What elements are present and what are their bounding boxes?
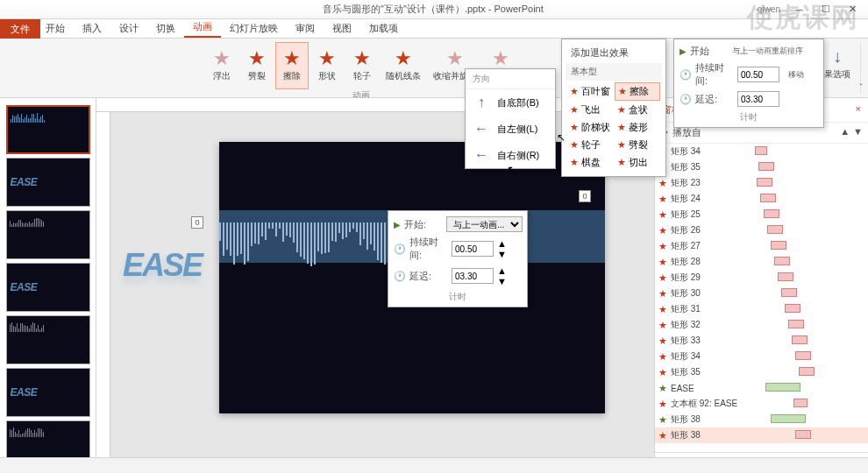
delay-input[interactable] — [452, 268, 494, 284]
timing-bar[interactable] — [764, 209, 779, 218]
effect-劈裂[interactable]: ★劈裂 — [240, 42, 274, 89]
play-from-button[interactable]: ▶ 播放自 — [660, 126, 701, 139]
exit-effect-option[interactable]: ★盒状 — [615, 102, 661, 118]
timing-bar[interactable] — [767, 225, 783, 234]
animation-item[interactable]: ★矩形 38 — [655, 412, 868, 427]
timing-bar[interactable] — [760, 194, 776, 202]
exit-effect-option[interactable]: ★棋盘 — [567, 154, 614, 171]
tab-addins[interactable]: 加载项 — [360, 19, 407, 38]
animation-item[interactable]: ★矩形 29 — [655, 270, 868, 286]
tab-insert[interactable]: 插入 — [74, 19, 110, 38]
star-icon: ★ — [570, 139, 579, 151]
animation-item[interactable]: ★矩形 34 — [655, 349, 868, 364]
timing-bar[interactable] — [778, 272, 793, 281]
minimize-button[interactable]: ─ — [787, 2, 812, 18]
star-icon: ★ — [658, 383, 667, 394]
timing-footer: 计时 — [392, 288, 523, 303]
timing-bar[interactable] — [757, 178, 772, 187]
exit-effect-option[interactable]: ★飞出 — [567, 102, 614, 118]
exit-effect-option[interactable]: ★轮子 — [567, 137, 614, 153]
timing-bar[interactable] — [781, 288, 797, 297]
effect-随机线条[interactable]: ★随机线条 — [381, 42, 426, 89]
animation-item[interactable]: ★矩形 30 — [655, 286, 868, 301]
star-icon: ★ — [658, 399, 667, 410]
timing-bar[interactable] — [758, 162, 774, 171]
duration-input[interactable] — [737, 67, 779, 82]
direction-option[interactable]: ←自右侧(R) — [466, 142, 555, 168]
timing-bar[interactable] — [771, 414, 806, 423]
exit-effect-option[interactable]: ★劈裂 — [615, 137, 661, 153]
effect-形状[interactable]: ★形状 — [310, 42, 344, 89]
timing-bar[interactable] — [799, 367, 815, 376]
animation-item[interactable]: ★矩形 31 — [655, 301, 868, 317]
start-select[interactable]: 与上一动画... — [446, 216, 523, 232]
star-icon: ★ — [492, 49, 509, 68]
animation-item[interactable]: ★矩形 28 — [655, 254, 868, 270]
tab-design[interactable]: 设计 — [110, 19, 147, 38]
effect-浮出[interactable]: ★浮出 — [205, 42, 238, 89]
exit-effect-option[interactable]: ★阶梯状 — [567, 119, 614, 136]
animation-item[interactable]: ★矩形 35 — [655, 159, 868, 175]
animation-item[interactable]: ★矩形 34 — [655, 144, 868, 159]
effect-轮子[interactable]: ★轮子 — [345, 42, 379, 89]
pane-close-button[interactable]: × — [856, 103, 861, 116]
timing-bar[interactable] — [792, 335, 808, 344]
animation-item[interactable]: ★矩形 35 — [655, 364, 868, 380]
slide-thumb[interactable]: EASE — [6, 158, 90, 207]
animation-item[interactable]: ★矩形 33 — [655, 333, 868, 349]
tab-review[interactable]: 审阅 — [287, 19, 324, 38]
animation-item[interactable]: ★EASE — [655, 380, 868, 396]
slide-thumb[interactable]: EASE — [6, 263, 90, 312]
animation-list[interactable]: ★矩形 34★矩形 35★矩形 23★矩形 24★矩形 25★矩形 26★矩形 … — [655, 144, 868, 452]
direction-option[interactable]: ←自左侧(L) — [466, 116, 555, 142]
exit-effect-option[interactable]: ★切出 — [615, 154, 661, 171]
animation-item[interactable]: ★文本框 92: EASE — [655, 396, 868, 412]
animation-item[interactable]: ★矩形 23 — [655, 175, 868, 191]
animation-item[interactable]: ★矩形 32 — [655, 317, 868, 333]
star-icon: ★ — [570, 86, 579, 97]
timing-bar[interactable] — [795, 351, 811, 360]
direction-option[interactable]: ↑自底部(B) — [466, 89, 555, 116]
move-down-button[interactable]: ▼ — [853, 126, 863, 139]
slide-thumbnails[interactable]: EASEEASEEASEEASE — [0, 98, 96, 473]
animation-item[interactable]: ★矩形 27 — [655, 238, 868, 254]
delay-input[interactable] — [737, 91, 779, 107]
move-up-button[interactable]: ▲ — [840, 126, 850, 139]
slide-thumb[interactable] — [6, 210, 90, 259]
timing-bar[interactable] — [755, 146, 767, 155]
effect-擦除[interactable]: ★擦除 — [275, 42, 309, 89]
duration-input[interactable] — [452, 241, 494, 257]
exit-effect-option[interactable]: ★百叶窗 — [567, 82, 614, 101]
tab-transitions[interactable]: 切换 — [147, 19, 184, 38]
slide-thumb[interactable] — [6, 105, 90, 154]
animation-item[interactable]: ★矩形 26 — [655, 222, 868, 238]
animation-item[interactable]: ★矩形 38 — [655, 427, 868, 443]
status-bar — [0, 457, 868, 473]
exit-effect-option[interactable]: ★菱形 — [615, 119, 661, 136]
tab-home[interactable]: 开始 — [37, 19, 74, 38]
timing-bar[interactable] — [765, 383, 800, 392]
timing-bar[interactable] — [785, 304, 800, 313]
maximize-button[interactable]: ☐ — [814, 2, 838, 18]
spin-down[interactable]: ▼ — [497, 276, 507, 286]
slide-thumb[interactable]: EASE — [6, 368, 90, 417]
animation-item[interactable]: ★矩形 25 — [655, 207, 868, 222]
spin-down[interactable]: ▼ — [497, 249, 507, 259]
spin-up[interactable]: ▲ — [497, 238, 507, 249]
timing-bar[interactable] — [774, 257, 790, 265]
slide-thumb[interactable] — [6, 315, 90, 364]
timing-bar[interactable] — [795, 430, 811, 439]
tab-slideshow[interactable]: 幻灯片放映 — [221, 19, 287, 38]
timing-bar[interactable] — [771, 241, 786, 250]
exit-effects-dropdown: 添加退出效果 基本型 ★百叶窗★擦除★飞出★盒状★阶梯状★菱形★轮子★劈裂★棋盘… — [561, 39, 666, 177]
timing-bar[interactable] — [788, 320, 804, 328]
tab-animations[interactable]: 动画 — [184, 18, 221, 38]
file-tab[interactable]: 文件 — [0, 19, 40, 39]
close-button[interactable]: ✕ — [840, 2, 864, 18]
animation-item[interactable]: ★矩形 24 — [655, 191, 868, 207]
collapse-ribbon-button[interactable]: ˇ — [859, 82, 863, 93]
exit-effect-option[interactable]: ★擦除 — [615, 82, 661, 101]
spin-up[interactable]: ▲ — [497, 265, 507, 276]
tab-view[interactable]: 视图 — [324, 19, 360, 38]
timing-bar[interactable] — [793, 399, 808, 407]
